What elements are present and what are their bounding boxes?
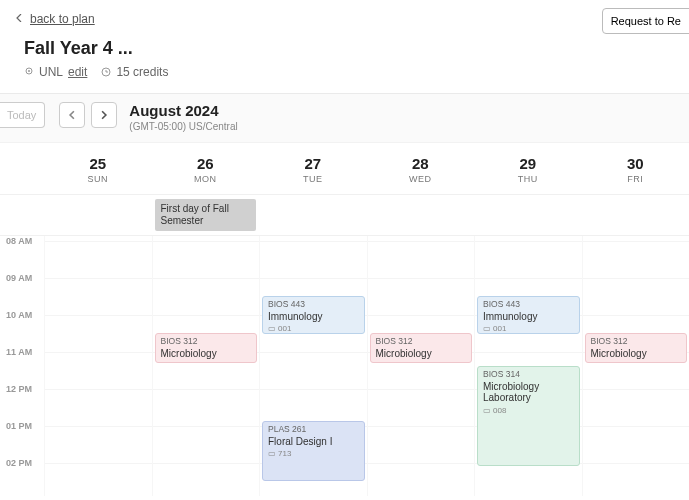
allday-event[interactable]: First day of Fall Semester bbox=[155, 199, 257, 231]
hour-gutter: 08 AM 09 AM 10 AM 11 AM 12 PM 01 PM 02 P… bbox=[0, 236, 44, 496]
allday-row: First day of Fall Semester bbox=[0, 195, 689, 236]
calendar-toolbar: Today August 2024 (GMT-05:00) US/Central bbox=[0, 94, 689, 143]
edit-link[interactable]: edit bbox=[68, 65, 87, 79]
hour-label: 09 AM bbox=[6, 273, 32, 283]
day-column-sun bbox=[44, 236, 152, 496]
event-card[interactable]: BIOS 312 Microbiology bbox=[155, 333, 258, 363]
chevron-left-icon bbox=[67, 110, 77, 120]
hour-label: 08 AM bbox=[6, 236, 32, 246]
hour-label: 10 AM bbox=[6, 310, 32, 320]
door-icon: ▭ bbox=[268, 449, 276, 458]
day-column-thu: BIOS 443 Immunology ▭001 BIOS 314 Microb… bbox=[474, 236, 582, 496]
event-card[interactable]: BIOS 314 Microbiology Laboratory ▭008 bbox=[477, 366, 580, 466]
day-column-wed: BIOS 312 Microbiology bbox=[367, 236, 475, 496]
day-column-fri: BIOS 312 Microbiology bbox=[582, 236, 690, 496]
page-title: Fall Year 4 ... bbox=[24, 38, 673, 59]
day-header: 27TUE bbox=[259, 143, 367, 194]
door-icon: ▭ bbox=[268, 324, 276, 333]
day-column-mon: BIOS 312 Microbiology bbox=[152, 236, 260, 496]
event-card[interactable]: BIOS 312 Microbiology bbox=[585, 333, 688, 363]
calendar: 25SUN 26MON 27TUE 28WED 29THU 30FRI Firs… bbox=[0, 143, 689, 496]
page-meta: UNL edit 15 credits bbox=[24, 65, 673, 79]
slots: BIOS 312 Microbiology BIOS 443 Immunolog… bbox=[44, 236, 689, 496]
clock-icon bbox=[101, 67, 111, 77]
day-header: 30FRI bbox=[582, 143, 690, 194]
hour-label: 12 PM bbox=[6, 384, 32, 394]
hour-label: 01 PM bbox=[6, 421, 32, 431]
timezone-label: (GMT-05:00) US/Central bbox=[129, 121, 237, 132]
request-button[interactable]: Request to Re bbox=[602, 8, 689, 34]
time-grid: 08 AM 09 AM 10 AM 11 AM 12 PM 01 PM 02 P… bbox=[0, 236, 689, 496]
credits-label: 15 credits bbox=[116, 65, 168, 79]
door-icon: ▭ bbox=[483, 324, 491, 333]
hour-label: 02 PM bbox=[6, 458, 32, 468]
back-link[interactable]: back to plan bbox=[16, 12, 95, 26]
door-icon: ▭ bbox=[483, 406, 491, 415]
event-card[interactable]: PLAS 261 Floral Design I ▭713 bbox=[262, 421, 365, 481]
hour-label: 11 AM bbox=[6, 347, 32, 357]
day-header-row: 25SUN 26MON 27TUE 28WED 29THU 30FRI bbox=[0, 143, 689, 195]
back-link-label: back to plan bbox=[30, 12, 95, 26]
today-button[interactable]: Today bbox=[0, 102, 45, 128]
location-icon bbox=[24, 67, 34, 77]
day-header: 28WED bbox=[367, 143, 475, 194]
school-label: UNL bbox=[39, 65, 63, 79]
next-button[interactable] bbox=[91, 102, 117, 128]
day-header: 26MON bbox=[152, 143, 260, 194]
month-title: August 2024 bbox=[129, 102, 237, 119]
day-header: 25SUN bbox=[44, 143, 152, 194]
day-header: 29THU bbox=[474, 143, 582, 194]
chevron-right-icon bbox=[99, 110, 109, 120]
prev-button[interactable] bbox=[59, 102, 85, 128]
event-card[interactable]: BIOS 312 Microbiology bbox=[370, 333, 473, 363]
svg-point-1 bbox=[28, 70, 30, 72]
event-card[interactable]: BIOS 443 Immunology ▭001 bbox=[262, 296, 365, 334]
event-card[interactable]: BIOS 443 Immunology ▭001 bbox=[477, 296, 580, 334]
page-header: back to plan Fall Year 4 ... UNL edit 15… bbox=[0, 0, 689, 94]
day-column-tue: BIOS 443 Immunology ▭001 PLAS 261 Floral… bbox=[259, 236, 367, 496]
chevron-left-icon bbox=[16, 14, 26, 24]
